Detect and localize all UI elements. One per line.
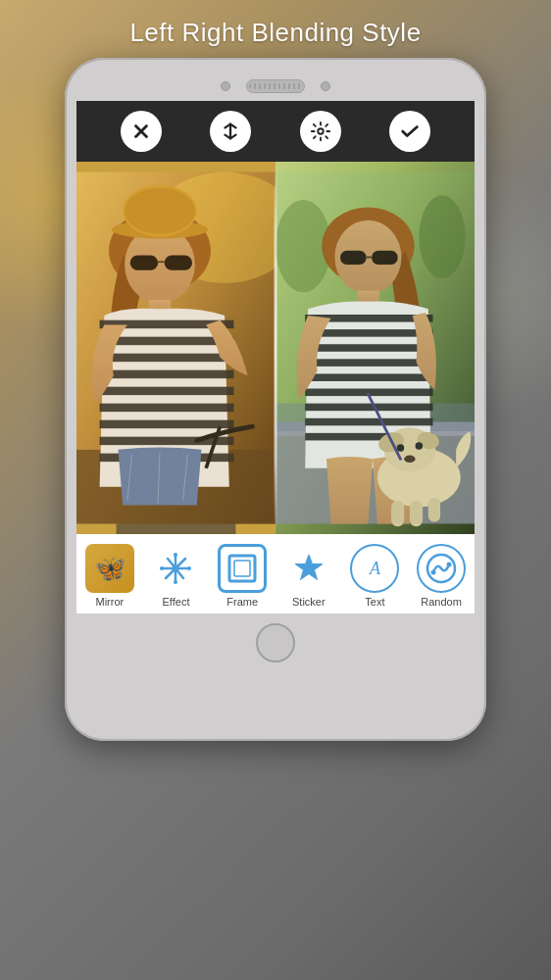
home-button[interactable] [256,623,295,662]
speaker-grill [246,79,305,93]
frame-icon [218,544,267,593]
text-label: Text [365,596,384,608]
svg-point-74 [431,570,436,575]
effect-label: Effect [163,596,190,608]
cancel-button[interactable] [121,111,162,152]
svg-point-65 [173,565,179,572]
random-label: Random [421,596,462,608]
svg-rect-71 [234,561,250,576]
svg-rect-28 [76,172,276,524]
sticker-tool[interactable]: Sticker [278,542,339,610]
random-icon [417,544,466,593]
sensor-dot [321,81,330,91]
svg-point-2 [318,128,324,134]
sticker-label: Sticker [292,596,326,608]
page-title: Left Right Blending Style [129,18,421,48]
mirror-label: Mirror [95,596,124,608]
phone-device: 🦋 Mirror Effect [65,58,486,741]
right-photo [276,162,475,534]
svg-point-68 [160,566,164,570]
effect-icon [151,544,200,593]
text-icon: A [350,544,399,593]
blended-image-area [76,162,475,534]
svg-marker-72 [295,555,323,580]
effect-tool[interactable]: Effect [145,542,206,610]
svg-point-66 [174,553,177,557]
sticker-icon [284,544,333,593]
mirror-icon: 🦋 [85,544,134,593]
random-tool[interactable]: Random [411,542,472,610]
confirm-button[interactable] [389,111,430,152]
left-photo [76,162,276,534]
front-camera [221,81,230,91]
action-toolbar [76,101,475,162]
phone-home-area [76,623,475,662]
text-tool[interactable]: A Text [344,542,405,610]
svg-point-75 [447,563,452,567]
swap-button[interactable] [210,111,251,152]
mirror-tool[interactable]: 🦋 Mirror [79,542,140,610]
blend-divider [275,162,277,534]
frame-label: Frame [226,596,258,608]
svg-rect-70 [229,556,255,581]
frame-tool[interactable]: Frame [212,542,273,610]
tools-toolbar: 🦋 Mirror Effect [76,534,475,613]
settings-button[interactable] [300,111,341,152]
svg-point-69 [187,566,191,570]
svg-rect-60 [276,172,475,524]
phone-top-bar [76,79,475,93]
svg-point-67 [174,580,177,584]
